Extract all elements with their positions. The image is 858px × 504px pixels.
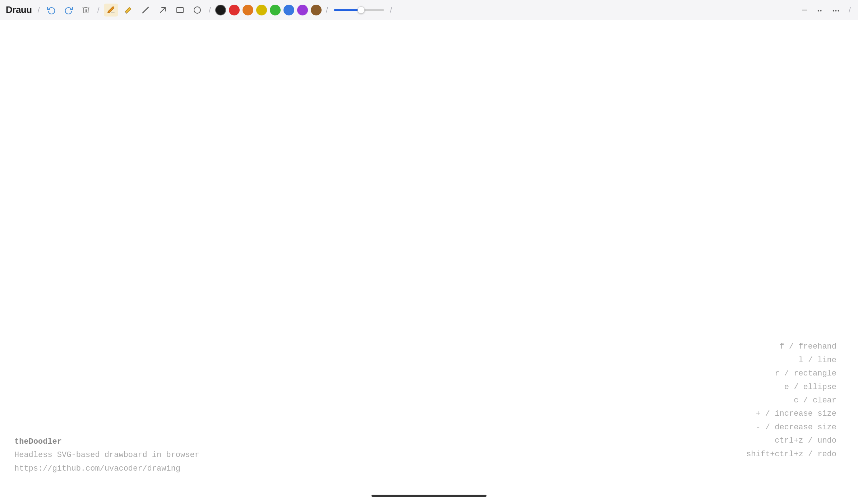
size-slider-container bbox=[334, 9, 384, 11]
line-icon bbox=[141, 6, 150, 14]
rectangle-icon bbox=[176, 6, 184, 14]
color-green[interactable] bbox=[270, 5, 281, 15]
shortcut-increase-size: + / increase size bbox=[746, 407, 836, 420]
svg-point-3 bbox=[194, 7, 200, 13]
footer-brand: theDoodler bbox=[14, 435, 199, 448]
size-slider[interactable] bbox=[334, 9, 384, 11]
shortcut-redo: shift+ctrl+z / redo bbox=[746, 448, 836, 461]
svg-line-0 bbox=[143, 7, 148, 13]
clear-button[interactable] bbox=[79, 4, 93, 17]
redo-button[interactable] bbox=[61, 4, 76, 17]
pen-tool-button[interactable] bbox=[104, 4, 118, 17]
redo-icon bbox=[64, 6, 73, 14]
app-title: Drauu bbox=[6, 4, 32, 15]
minimize-button[interactable]: − bbox=[799, 3, 810, 17]
dots3-icon: ••• bbox=[832, 8, 840, 14]
shortcut-ellipse: e / ellipse bbox=[746, 381, 836, 394]
ellipse-icon bbox=[193, 6, 202, 14]
shortcut-rectangle: r / rectangle bbox=[746, 367, 836, 380]
shortcut-undo: ctrl+z / undo bbox=[746, 434, 836, 447]
sep6: / bbox=[849, 5, 851, 15]
sep3: / bbox=[209, 5, 211, 15]
sep4: / bbox=[326, 5, 328, 15]
color-orange[interactable] bbox=[243, 5, 253, 15]
minus-icon: − bbox=[802, 4, 807, 15]
shortcut-line: l / line bbox=[746, 354, 836, 367]
dots2-icon: •• bbox=[817, 8, 822, 14]
footer-info: theDoodler Headless SVG-based drawboard … bbox=[14, 435, 199, 475]
line-tool-button[interactable] bbox=[138, 4, 153, 17]
dots3-button[interactable]: ••• bbox=[830, 4, 843, 16]
main-toolbar: Drauu / / bbox=[0, 0, 858, 20]
sep1: / bbox=[38, 5, 40, 15]
color-red[interactable] bbox=[229, 5, 240, 15]
marker-tool-button[interactable] bbox=[121, 4, 135, 17]
sep5: / bbox=[390, 5, 392, 15]
marker-icon bbox=[124, 6, 133, 14]
color-blue[interactable] bbox=[283, 5, 294, 15]
rectangle-tool-button[interactable] bbox=[173, 4, 187, 17]
bottom-scroll-indicator bbox=[372, 495, 486, 497]
sep2: / bbox=[97, 5, 100, 15]
window-controls: − •• ••• / bbox=[799, 3, 852, 17]
pen-icon bbox=[107, 6, 115, 14]
color-purple[interactable] bbox=[297, 5, 308, 15]
shortcut-clear: c / clear bbox=[746, 394, 836, 407]
undo-icon bbox=[47, 6, 56, 14]
shortcuts-panel: f / freehand l / line r / rectangle e / … bbox=[746, 340, 836, 461]
svg-line-1 bbox=[160, 8, 165, 13]
undo-button[interactable] bbox=[44, 4, 59, 17]
color-yellow[interactable] bbox=[256, 5, 267, 15]
ellipse-tool-button[interactable] bbox=[190, 4, 204, 17]
color-black[interactable] bbox=[215, 5, 226, 15]
shortcut-decrease-size: - / decrease size bbox=[746, 421, 836, 434]
drawing-canvas[interactable] bbox=[0, 20, 858, 504]
arrow-icon bbox=[158, 6, 167, 14]
arrow-tool-button[interactable] bbox=[156, 4, 170, 17]
svg-rect-2 bbox=[177, 8, 183, 13]
footer-description: Headless SVG-based drawboard in browser bbox=[14, 448, 199, 462]
dots2-button[interactable]: •• bbox=[815, 4, 825, 16]
trash-icon bbox=[82, 6, 90, 14]
footer-url: https://github.com/uvacoder/drawing bbox=[14, 462, 199, 475]
color-brown[interactable] bbox=[311, 5, 322, 15]
svg-canvas[interactable] bbox=[0, 20, 858, 504]
shortcut-freehand: f / freehand bbox=[746, 340, 836, 353]
